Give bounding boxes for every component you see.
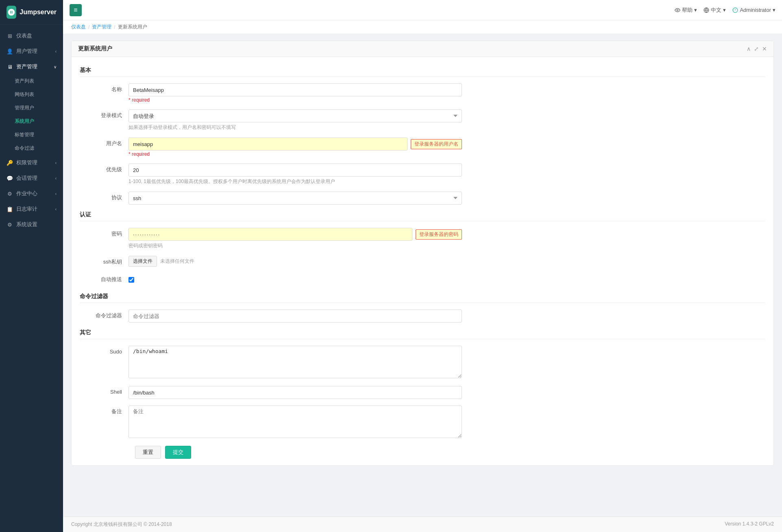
sidebar-item-network-list[interactable]: 网络列表 [0, 88, 63, 101]
collapse-icon[interactable]: ∧ [747, 46, 751, 52]
menu-toggle-button[interactable]: ≡ [70, 4, 82, 16]
auto-push-checkbox-wrap [129, 273, 462, 286]
expand-icon[interactable]: ⤢ [754, 46, 759, 52]
password-hint: 密码或密钥密码 [129, 242, 462, 249]
username-input[interactable] [129, 137, 407, 150]
logo-icon [7, 6, 16, 19]
logo-svg [7, 8, 15, 16]
copyright-text: Copyright 北京堆钱科技有限公司 © 2014-2018 [71, 521, 172, 528]
sidebar-item-perm-mgmt[interactable]: 🔑 权限管理 ‹ [0, 155, 63, 170]
power-icon [732, 7, 738, 13]
shell-control-wrap [129, 386, 462, 399]
lang-label: 中文 [711, 7, 721, 14]
form-group-name: 名称 * required [80, 83, 765, 103]
breadcrumb-dashboard[interactable]: 仪表盘 [71, 24, 86, 31]
sidebar-item-session-mgmt[interactable]: 💬 会话管理 ‹ [0, 170, 63, 186]
comment-textarea[interactable] [129, 406, 462, 438]
username-tooltip: 登录服务器的用户名 [411, 139, 462, 149]
close-icon[interactable]: ✕ [762, 46, 767, 52]
form-group-comment: 备注 [80, 406, 765, 439]
sidebar-item-sys-settings[interactable]: ⚙ 系统设置 [0, 217, 63, 232]
password-field-wrap: ············ [129, 228, 412, 241]
form-group-priority: 优先级 1-100, 1最低优先级，100最高优先级。授权多个用户时离优先级的系… [80, 164, 765, 185]
login-mode-control-wrap: 自动登录 如果选择手动登录模式，用户名和密码可以不填写 [129, 109, 462, 131]
sidebar-item-asset-list[interactable]: 资产列表 [0, 74, 63, 88]
sidebar-sub-label: 资产列表 [15, 78, 34, 85]
username-field-wrap: 登录服务器的用户名 [129, 137, 462, 150]
protocol-label: 协议 [80, 192, 129, 201]
form-group-auto-push: 自动推送 [80, 273, 765, 286]
sidebar-item-dashboard[interactable]: ⊞ 仪表盘 [0, 28, 63, 44]
topbar: ≡ 帮助 ▾ 中文 ▾ Administrator ▾ [63, 0, 782, 20]
sidebar-sub-label: 标签管理 [15, 131, 34, 138]
submit-button[interactable]: 提交 [165, 446, 191, 459]
sidebar-nav: ⊞ 仪表盘 👤 用户管理 ‹ 🖥 资产管理 ∨ 资产列表 网络列表 [0, 25, 63, 532]
card-header: 更新系统用户 ∧ ⤢ ✕ [72, 41, 773, 57]
password-dots: ············ [133, 231, 408, 238]
reset-button[interactable]: 重置 [135, 446, 161, 459]
card-header-actions: ∧ ⤢ ✕ [747, 46, 767, 52]
sidebar-sub-label: 管理用户 [15, 105, 34, 111]
sidebar-item-label: 会话管理 [16, 174, 37, 182]
help-menu[interactable]: 帮助 ▾ [675, 7, 697, 14]
username-label: 用户名 [80, 137, 129, 147]
auto-push-control-wrap [129, 273, 462, 286]
session-icon: 💬 [7, 175, 13, 181]
sudo-label: Sudo [80, 346, 129, 355]
shell-label: Shell [80, 386, 129, 396]
priority-input[interactable] [129, 164, 462, 177]
sidebar-item-work-center[interactable]: ⚙ 作业中心 ‹ [0, 186, 63, 201]
sidebar-item-asset-mgmt[interactable]: 🖥 资产管理 ∨ [0, 59, 63, 74]
sudo-textarea[interactable]: /bin/whoami [129, 346, 462, 378]
sidebar-sub-label: 命令过滤 [15, 145, 34, 152]
ssh-key-label: ssh私钥 [80, 256, 129, 266]
choose-file-button[interactable]: 选择文件 [129, 256, 157, 267]
chevron-down-icon: ∨ [54, 65, 57, 69]
cmd-filter-label: 命令过滤器 [80, 310, 129, 319]
ssh-key-control-wrap: 选择文件 未选择任何文件 [129, 256, 462, 267]
breadcrumb-sep-2: / [114, 24, 115, 30]
breadcrumb-current: 更新系统用户 [118, 24, 147, 31]
cmd-filter-input[interactable] [129, 310, 462, 323]
name-input[interactable] [129, 83, 462, 96]
breadcrumb-asset-mgmt[interactable]: 资产管理 [92, 24, 111, 31]
section-basic-title: 基本 [80, 67, 765, 77]
form-group-ssh-key: ssh私钥 选择文件 未选择任何文件 [80, 256, 765, 267]
sidebar-item-user-mgmt[interactable]: 👤 用户管理 ‹ [0, 44, 63, 59]
sidebar-item-label: 权限管理 [16, 159, 37, 166]
sidebar-item-cmd-filter[interactable]: 命令过滤 [0, 142, 63, 155]
sidebar-item-log-audit[interactable]: 📋 日志审计 ‹ [0, 201, 63, 217]
comment-control-wrap [129, 406, 462, 439]
chevron-icon: ‹ [55, 161, 57, 165]
form-buttons: 重置 提交 [80, 446, 765, 459]
password-control-wrap: ············ 登录服务器的密码 密码或密钥密码 [129, 228, 462, 249]
sidebar-item-system-user[interactable]: 系统用户 [0, 115, 63, 128]
login-mode-select[interactable]: 自动登录 [129, 109, 462, 122]
globe-icon [704, 7, 709, 13]
section-auth-title: 认证 [80, 211, 765, 221]
section-cmd-filter-title: 命令过滤器 [80, 293, 765, 303]
sidebar-sub-label: 网络列表 [15, 91, 34, 98]
auto-push-checkbox[interactable] [129, 277, 134, 283]
user-menu[interactable]: Administrator ▾ [732, 7, 775, 13]
sidebar: Jumpserver ⊞ 仪表盘 👤 用户管理 ‹ 🖥 资产管理 ∨ 资产列表 [0, 0, 63, 532]
help-dropdown-icon: ▾ [694, 7, 697, 13]
comment-label: 备注 [80, 406, 129, 415]
sidebar-item-label-mgmt[interactable]: 标签管理 [0, 128, 63, 142]
username-required: * required [129, 151, 462, 157]
breadcrumb: 仪表盘 / 资产管理 / 更新系统用户 [63, 20, 782, 34]
card-body: 基本 名称 * required 登录模式 [72, 57, 773, 465]
shell-input[interactable] [129, 386, 462, 399]
protocol-select[interactable]: ssh [129, 192, 462, 205]
sidebar-item-label: 系统设置 [16, 221, 37, 228]
form-group-shell: Shell [80, 386, 765, 399]
lang-menu[interactable]: 中文 ▾ [704, 7, 726, 14]
login-mode-label: 登录模式 [80, 109, 129, 119]
form-group-password: 密码 ············ 登录服务器的密码 密码或密钥密码 [80, 228, 765, 249]
ssh-key-wrap: 选择文件 未选择任何文件 [129, 256, 462, 267]
eye-icon [675, 7, 680, 13]
chevron-icon: ‹ [55, 176, 57, 181]
password-label: 密码 [80, 228, 129, 238]
sidebar-item-manage-user[interactable]: 管理用户 [0, 101, 63, 115]
user-label: Administrator [740, 7, 771, 13]
